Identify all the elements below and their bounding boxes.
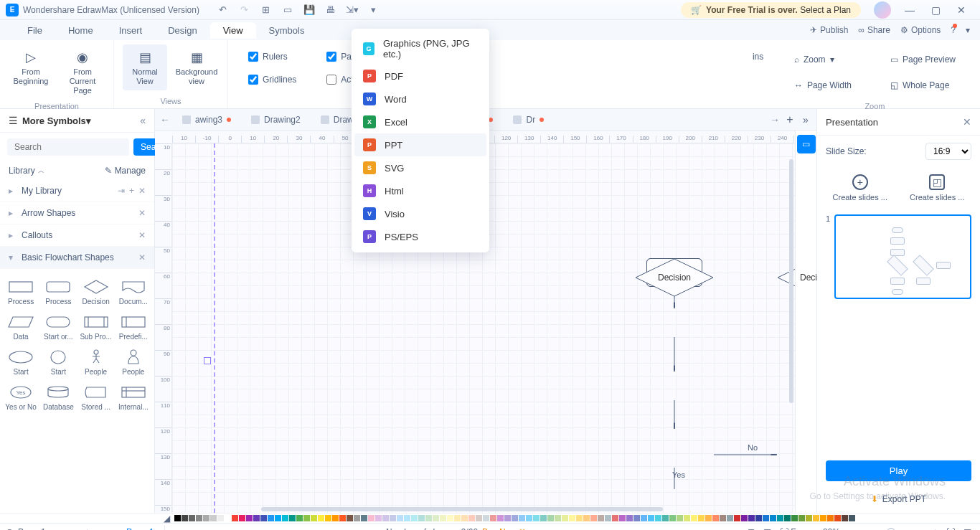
- eyedropper-icon[interactable]: ◢: [164, 514, 170, 524]
- add-page-button[interactable]: +: [79, 526, 96, 531]
- color-swatch[interactable]: [268, 515, 274, 521]
- color-swatch[interactable]: [576, 515, 583, 521]
- rulers-checkbox[interactable]: Rulers: [248, 52, 296, 62]
- color-swatch[interactable]: [755, 515, 762, 521]
- page-tab-1[interactable]: Page-1: [116, 525, 165, 531]
- from-current-button[interactable]: ◉ From Current Page: [60, 44, 105, 100]
- color-swatch[interactable]: [433, 515, 439, 521]
- category-basic-flowchart[interactable]: ▾ Basic Flowchart Shapes ✕: [0, 247, 154, 269]
- export-ppt-button[interactable]: ⬇ Export PPT: [817, 488, 980, 513]
- shape-start[interactable]: Start: [40, 345, 76, 379]
- color-swatch[interactable]: [583, 515, 590, 521]
- color-swatch[interactable]: [253, 515, 260, 521]
- color-swatch[interactable]: [590, 515, 597, 521]
- color-swatch[interactable]: [461, 515, 468, 521]
- window-close[interactable]: ✕: [948, 0, 974, 20]
- color-swatch[interactable]: [569, 515, 575, 521]
- canvas-area[interactable]: Start Process Process 2 Decision Yes No: [172, 143, 816, 513]
- color-swatch[interactable]: [712, 515, 719, 521]
- misc-status-icon-1[interactable]: ⊞: [748, 527, 755, 531]
- window-minimize[interactable]: —: [897, 0, 923, 20]
- canvas-scrollbar-vertical[interactable]: [788, 156, 795, 506]
- shape-people[interactable]: People: [116, 345, 151, 379]
- color-swatch[interactable]: [425, 515, 432, 521]
- page-nav-icon[interactable]: ▯: [7, 527, 12, 531]
- export-item-graphics[interactable]: GGraphics (PNG, JPG etc.): [354, 33, 486, 65]
- color-swatch[interactable]: [189, 515, 195, 521]
- window-maximize[interactable]: ▢: [923, 0, 948, 20]
- color-swatch[interactable]: [311, 515, 317, 521]
- color-swatch[interactable]: [289, 515, 296, 521]
- color-swatch[interactable]: [741, 515, 748, 521]
- color-swatch[interactable]: [325, 515, 331, 521]
- doc-tab-1[interactable]: Drawing2: [241, 109, 311, 131]
- color-swatch[interactable]: [203, 515, 209, 521]
- page-width-button[interactable]: ↔Page Width: [788, 77, 857, 93]
- user-avatar[interactable]: [874, 1, 891, 19]
- color-swatch[interactable]: [777, 515, 783, 521]
- color-swatch[interactable]: [748, 515, 755, 521]
- shape-predefi-[interactable]: Predefi...: [116, 310, 151, 344]
- color-swatch[interactable]: [626, 515, 633, 521]
- manage-button[interactable]: ✎Manage: [105, 166, 146, 176]
- create-slides-selection-button[interactable]: ◰ Create slides ...: [910, 174, 964, 202]
- color-swatch[interactable]: [411, 515, 418, 521]
- color-swatch[interactable]: [382, 515, 389, 521]
- zoom-out-button[interactable]: −: [853, 527, 858, 531]
- export-item-excel[interactable]: XExcel: [354, 110, 486, 133]
- color-swatch[interactable]: [849, 515, 855, 521]
- color-swatch[interactable]: [684, 515, 690, 521]
- shape-process[interactable]: Process: [3, 275, 39, 308]
- shape-database[interactable]: Database: [40, 380, 76, 414]
- buy-now-link[interactable]: Buy Now ❤: [482, 527, 526, 531]
- new-button[interactable]: ⊞: [258, 1, 275, 19]
- export-item-pseps[interactable]: PPS/EPS: [354, 225, 486, 248]
- canvas-scrollbar-horizontal[interactable]: [189, 506, 795, 513]
- color-swatch[interactable]: [418, 515, 425, 521]
- page-preview-button[interactable]: ▭Page Preview: [885, 52, 961, 67]
- color-swatch[interactable]: [296, 515, 303, 521]
- undo-button[interactable]: ↶: [215, 1, 232, 19]
- color-swatch[interactable]: [798, 515, 805, 521]
- color-swatch[interactable]: [598, 515, 604, 521]
- color-swatch[interactable]: [440, 515, 446, 521]
- color-swatch[interactable]: [519, 515, 525, 521]
- left-panel-collapse-button[interactable]: «: [140, 115, 146, 126]
- category-callouts[interactable]: ▸ Callouts ✕: [0, 224, 154, 247]
- close-icon[interactable]: ✕: [138, 208, 146, 218]
- color-swatch[interactable]: [533, 515, 540, 521]
- close-icon[interactable]: ✕: [138, 252, 146, 262]
- zoom-percent[interactable]: 80%▾: [823, 527, 844, 531]
- menu-design[interactable]: Design: [155, 22, 209, 39]
- fit-page-button[interactable]: ⛶: [946, 527, 955, 531]
- color-swatch[interactable]: [641, 515, 647, 521]
- color-swatch[interactable]: [763, 515, 769, 521]
- normal-view-button[interactable]: ▤ Normal View: [123, 44, 167, 90]
- color-swatch[interactable]: [239, 515, 245, 521]
- menu-symbols[interactable]: Symbols: [256, 22, 318, 39]
- options-link[interactable]: ⚙Options: [900, 25, 941, 35]
- qat-more-button[interactable]: ▾: [365, 1, 382, 19]
- export-item-visio[interactable]: VVisio: [354, 202, 486, 225]
- doc-tab-0[interactable]: awing3: [172, 109, 241, 131]
- tabs-overflow-button[interactable]: »: [798, 114, 814, 126]
- color-swatch[interactable]: [619, 515, 626, 521]
- color-swatch[interactable]: [476, 515, 482, 521]
- tabs-scroll-right[interactable]: →: [768, 114, 782, 126]
- gridlines-checkbox[interactable]: Gridlines: [248, 75, 296, 85]
- color-swatch[interactable]: [397, 515, 403, 521]
- export-item-svg[interactable]: SSVG: [354, 156, 486, 179]
- slide-size-select[interactable]: 16:9: [925, 143, 971, 160]
- color-swatch[interactable]: [174, 515, 181, 521]
- color-swatch[interactable]: [698, 515, 705, 521]
- play-button[interactable]: Play: [826, 460, 971, 481]
- export-item-ppt[interactable]: PPPT: [354, 133, 486, 156]
- color-swatch[interactable]: [734, 515, 740, 521]
- slide-thumbnail-1[interactable]: [834, 214, 971, 299]
- color-swatch[interactable]: [806, 515, 812, 521]
- import-icon[interactable]: ⇥: [118, 186, 125, 196]
- color-swatch[interactable]: [662, 515, 669, 521]
- create-slides-auto-button[interactable]: + Create slides ...: [833, 174, 887, 202]
- close-icon[interactable]: ✕: [138, 186, 146, 196]
- color-swatch[interactable]: [669, 515, 676, 521]
